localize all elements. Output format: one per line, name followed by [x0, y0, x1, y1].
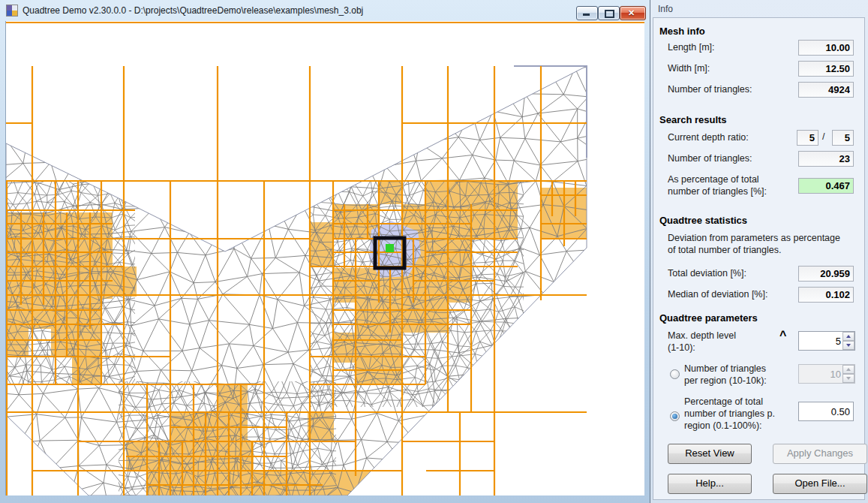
length-label: Length [m]:	[668, 42, 715, 53]
max-depth-label-line2: (1-10):	[668, 342, 695, 353]
close-button[interactable]: ✕	[620, 6, 646, 20]
width-label: Width [m]:	[668, 63, 710, 74]
triangles-per-region-label-line1: Number of triangles	[684, 363, 766, 374]
total-deviation-value[interactable]	[798, 266, 854, 282]
open-file-button[interactable]: Open File...	[773, 474, 867, 494]
parameters-header: Quadtree parameters	[659, 312, 758, 324]
percentage-label-line3: region (0.1-100%):	[684, 420, 762, 431]
depth-ratio-label: Current depth ratio:	[668, 132, 749, 143]
close-icon: ✕	[628, 8, 635, 18]
titlebar[interactable]: Quadtree Demo v2.30.0.0 - D:\projects\Qu…	[0, 0, 650, 21]
depth-max-value[interactable]	[832, 130, 854, 146]
triangles-per-region-spinbox	[798, 364, 855, 384]
result-percentage-value[interactable]	[798, 178, 854, 194]
info-panel-title: Info	[658, 4, 673, 14]
info-panel: Info Mesh info Length [m]: Width [m]: Nu…	[650, 0, 868, 503]
triangles-per-region-radio[interactable]	[670, 369, 680, 379]
minimize-icon	[583, 14, 590, 16]
depth-current-value[interactable]	[797, 130, 818, 146]
help-button[interactable]: Help...	[668, 474, 752, 494]
spin-up-icon	[846, 335, 851, 338]
statistics-header: Quadtree statistics	[659, 215, 747, 226]
median-deviation-label: Median of deviation [%]:	[668, 289, 767, 300]
statistics-desc-line2: of total number of triangles.	[668, 245, 781, 255]
triangles-per-region-input[interactable]	[799, 365, 843, 383]
screen: { "window": { "title": "Quadtree Demo v2…	[0, 0, 868, 503]
median-deviation-value[interactable]	[798, 287, 854, 303]
triangle-count-label: Number of triangles:	[668, 84, 752, 95]
active-parameter-caret: ^	[779, 329, 786, 342]
triangles-spin-down-button[interactable]	[842, 374, 854, 383]
triangles-per-region-label-line2: per region (10-10k):	[684, 375, 767, 386]
max-depth-label-line1: Max. depth level	[668, 330, 736, 341]
info-panel-body: Mesh info Length [m]: Width [m]: Number …	[653, 17, 865, 500]
statistics-desc-line1: Deviation from parameters as percentage	[668, 233, 840, 243]
max-depth-spin-down-button[interactable]	[842, 341, 854, 350]
window-title: Quadtree Demo v2.30.0.0 - D:\projects\Qu…	[23, 5, 363, 16]
triangles-spin-up-button[interactable]	[842, 365, 854, 374]
maximize-button[interactable]	[598, 6, 620, 20]
mesh-canvas[interactable]	[6, 21, 644, 495]
percentage-per-region-radio[interactable]	[670, 411, 680, 421]
spin-down-icon	[846, 344, 851, 347]
result-percentage-label-line2: number of triangles [%]:	[668, 186, 767, 197]
max-depth-spinbox	[798, 331, 855, 351]
mesh-viewport[interactable]	[5, 21, 644, 495]
app-icon	[6, 5, 18, 17]
percentage-input[interactable]	[798, 402, 854, 421]
mesh-info-header: Mesh info	[659, 26, 705, 37]
apply-changes-button[interactable]: Apply Changes	[773, 444, 867, 464]
maximize-icon	[605, 10, 614, 18]
search-results-header: Search results	[659, 114, 727, 125]
total-deviation-label: Total deviation [%]:	[668, 268, 746, 279]
depth-ratio-separator: /	[822, 131, 824, 142]
percentage-label-line2: number of triangles p.	[684, 408, 775, 419]
result-percentage-label-line1: As percentage of total	[668, 174, 759, 185]
reset-view-button[interactable]: Reset View	[668, 444, 752, 464]
width-value[interactable]	[798, 61, 854, 77]
spin-down-icon	[846, 377, 851, 380]
result-triangles-value[interactable]	[798, 151, 854, 167]
main-window: Quadtree Demo v2.30.0.0 - D:\projects\Qu…	[0, 0, 650, 503]
max-depth-input[interactable]	[799, 332, 843, 350]
spin-up-icon	[846, 368, 851, 371]
result-triangles-label: Number of triangles:	[668, 153, 752, 164]
percentage-label-line1: Percentage of total	[684, 396, 763, 407]
length-value[interactable]	[798, 40, 854, 56]
triangle-count-value[interactable]	[798, 82, 854, 98]
minimize-button[interactable]	[576, 6, 598, 20]
max-depth-spin-up-button[interactable]	[842, 332, 854, 341]
